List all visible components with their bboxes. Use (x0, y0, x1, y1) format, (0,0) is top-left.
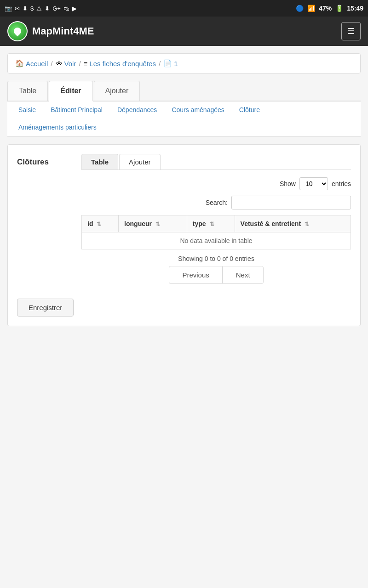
icon-download: ⬇ (23, 5, 28, 12)
tab-editer[interactable]: Éditer (49, 81, 92, 102)
sub-tabs: Saisie Bâtiment Principal Dépendances Co… (7, 102, 361, 137)
breadcrumb-1[interactable]: 1 (174, 60, 178, 68)
breadcrumb-icon-home: 🏠 (15, 59, 24, 68)
tab-ajouter[interactable]: Ajouter (94, 81, 140, 101)
col-id[interactable]: id ⇅ (82, 215, 119, 232)
icon-alert: ⚠ (36, 5, 42, 12)
icon-dollar: $ (30, 5, 34, 12)
status-bar: 📷 ✉ ⬇ $ ⚠ ⬇ G+ 🛍 ▶ 🔵 📶 47% 🔋 15:49 (0, 0, 368, 17)
hamburger-button[interactable]: ☰ (341, 22, 361, 40)
icon-mail: ✉ (15, 5, 20, 12)
main-content: Clôtures Table Ajouter Show 5 10 25 50 1… (7, 144, 361, 326)
sort-icon-id: ⇅ (97, 221, 101, 227)
pagination-buttons: Previous Next (81, 266, 351, 284)
entries-suffix: entries (332, 180, 351, 187)
main-tabs: Table Éditer Ajouter (7, 81, 361, 102)
wifi-icon: 📶 (307, 5, 315, 12)
no-data-message: No data available in table (82, 232, 351, 249)
breadcrumb-icon-voir: 👁 (56, 60, 63, 68)
save-button[interactable]: Enregistrer (17, 299, 74, 317)
search-input[interactable] (231, 196, 351, 209)
icon-gplus: G+ (52, 5, 61, 12)
subtab-amenagements[interactable]: Aménagements particuliers (11, 119, 104, 136)
show-label: Show (280, 180, 296, 187)
no-data-row: No data available in table (82, 232, 351, 249)
search-row: Search: (81, 196, 351, 209)
data-table: id ⇅ longueur ⇅ type ⇅ Vetusté & entre (81, 215, 351, 249)
icon-shop: 🛍 (63, 5, 69, 12)
status-icons: 📷 ✉ ⬇ $ ⚠ ⬇ G+ 🛍 ▶ (5, 5, 77, 12)
clock: 15:49 (347, 5, 363, 12)
navbar: MapMint4ME ☰ (0, 17, 368, 46)
col-type[interactable]: type ⇅ (187, 215, 235, 232)
icon-camera: 📷 (5, 5, 12, 12)
breadcrumb-accueil[interactable]: Accueil (26, 60, 48, 68)
sort-icon-type: ⇅ (210, 221, 214, 227)
subtab-cours[interactable]: Cours aménagées (164, 102, 231, 119)
entries-select[interactable]: 5 10 25 50 100 (299, 177, 328, 190)
battery-percent: 47% (319, 5, 332, 12)
breadcrumb-icon-1: 📄 (163, 59, 172, 68)
subtab-dependances[interactable]: Dépendances (110, 102, 164, 119)
subtab-cloture[interactable]: Clôture (232, 102, 267, 119)
inner-tabs: Table Ajouter (81, 154, 351, 170)
pagination-info: Showing 0 to 0 of 0 entries (81, 255, 351, 262)
table-header-row: id ⇅ longueur ⇅ type ⇅ Vetusté & entre (82, 215, 351, 232)
breadcrumb: 🏠 Accueil / 👁 Voir / ≡ Les fiches d'enqu… (7, 53, 361, 74)
bluetooth-icon: 🔵 (296, 5, 304, 12)
breadcrumb-icon-fiches: ≡ (84, 60, 88, 68)
col-longueur[interactable]: longueur ⇅ (119, 215, 187, 232)
tab-table[interactable]: Table (7, 81, 48, 101)
breadcrumb-voir[interactable]: Voir (64, 60, 76, 68)
brand-title: MapMint4ME (32, 25, 94, 37)
icon-youtube: ▶ (72, 5, 77, 12)
icon-download2: ⬇ (45, 5, 50, 12)
subtab-batiment[interactable]: Bâtiment Principal (43, 102, 110, 119)
subtab-saisie[interactable]: Saisie (11, 102, 43, 119)
status-right: 🔵 📶 47% 🔋 15:49 (296, 5, 363, 12)
breadcrumb-fiches[interactable]: Les fiches d'enquêtes (89, 60, 156, 68)
show-entries-row: Show 5 10 25 50 100 entries (81, 177, 351, 190)
sort-icon-longueur: ⇅ (155, 221, 160, 227)
previous-button[interactable]: Previous (169, 266, 222, 284)
next-button[interactable]: Next (223, 266, 264, 284)
section-title: Clôtures (17, 158, 72, 167)
inner-tab-table[interactable]: Table (81, 154, 118, 170)
brand: MapMint4ME (7, 21, 94, 41)
battery-icon: 🔋 (335, 5, 343, 12)
inner-tab-ajouter[interactable]: Ajouter (119, 154, 161, 170)
sort-icon-vetuste: ⇅ (305, 221, 309, 227)
brand-logo (7, 21, 28, 41)
col-vetuste[interactable]: Vetusté & entretient ⇅ (235, 215, 351, 232)
search-label: Search: (206, 199, 228, 206)
